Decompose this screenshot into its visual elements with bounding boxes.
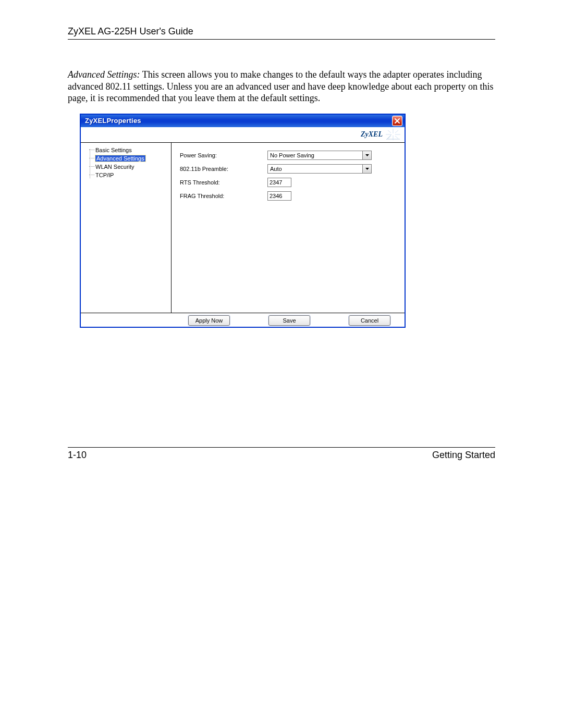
title-bar[interactable]: ZyXELProperties (81, 115, 405, 127)
input-rts-threshold[interactable] (267, 178, 291, 187)
document-header: ZyXEL AG-225H User's Guide (68, 26, 495, 40)
window-title: ZyXELProperties (85, 117, 141, 125)
tree-item-tcpip[interactable]: TCP/IP (83, 171, 169, 179)
combo-power-saving[interactable]: No Power Saving (267, 151, 372, 160)
row-power-saving: Power Saving: No Power Saving (180, 149, 396, 162)
properties-dialog: ZyXELProperties ZyXEL (80, 114, 406, 328)
dialog-body: Basic Settings Advanced Settings WLAN Se… (81, 143, 405, 313)
settings-form: Power Saving: No Power Saving 802.11b Pr… (172, 143, 405, 313)
apply-now-button[interactable]: Apply Now (188, 315, 230, 326)
tree-item-label: WLAN Security (95, 164, 134, 170)
page-number: 1-10 (68, 450, 87, 461)
chevron-down-icon (362, 151, 371, 159)
row-frag-threshold: FRAG Threshold: (180, 190, 396, 202)
chevron-down-icon (362, 165, 371, 173)
intro-lead: Advanced Settings: (68, 69, 140, 80)
intro-paragraph: Advanced Settings: This screen allows yo… (68, 69, 495, 104)
combo-value: No Power Saving (268, 151, 362, 159)
brand-logo-icon (386, 129, 400, 140)
combo-value: Auto (268, 165, 362, 173)
cancel-button[interactable]: Cancel (349, 315, 390, 326)
row-rts-threshold: RTS Threshold: (180, 176, 396, 189)
tree-item-advanced-settings[interactable]: Advanced Settings (83, 154, 169, 163)
tree-tick (89, 158, 94, 158)
label-power-saving: Power Saving: (180, 152, 267, 158)
document-page: ZyXEL AG-225H User's Guide Advanced Sett… (0, 0, 563, 728)
input-frag-threshold[interactable] (267, 191, 291, 201)
label-rts-threshold: RTS Threshold: (180, 179, 267, 186)
label-frag-threshold: FRAG Threshold: (180, 193, 267, 199)
tree-item-label: Basic Settings (95, 147, 132, 153)
combo-preamble[interactable]: Auto (267, 164, 372, 174)
tree-tick (89, 166, 94, 167)
label-preamble: 802.11b Preamble: (180, 166, 267, 172)
tree-item-basic-settings[interactable]: Basic Settings (83, 146, 169, 154)
tree-tick (89, 175, 94, 175)
tree-item-wlan-security[interactable]: WLAN Security (83, 163, 169, 171)
settings-tree: Basic Settings Advanced Settings WLAN Se… (81, 143, 172, 313)
tree-item-label: Advanced Settings (95, 155, 145, 162)
brand-label: ZyXEL (361, 130, 383, 139)
brand-row: ZyXEL (81, 127, 405, 143)
close-button[interactable] (392, 116, 402, 126)
close-icon (395, 118, 400, 124)
section-label: Getting Started (432, 450, 495, 461)
document-footer: 1-10 Getting Started (68, 447, 495, 461)
tree-tick (89, 150, 94, 150)
button-bar: Apply Now Save Cancel (81, 313, 405, 328)
tree-item-label: TCP/IP (95, 172, 114, 178)
save-button[interactable]: Save (268, 315, 310, 326)
row-preamble: 802.11b Preamble: Auto (180, 163, 396, 175)
